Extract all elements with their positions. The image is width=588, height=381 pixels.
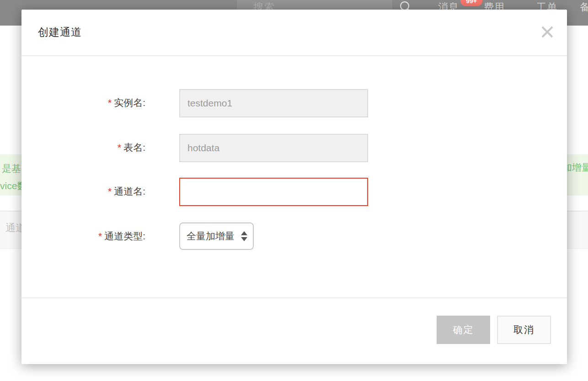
tunnel-name-field[interactable] <box>179 178 368 206</box>
close-icon <box>540 24 555 40</box>
create-tunnel-dialog: 创建通道 *实例名: *表名: *通道名: <box>21 10 567 364</box>
tunnel-type-value: 全量加增量 <box>187 230 239 243</box>
required-marker: * <box>108 97 112 108</box>
ok-button[interactable]: 确定 <box>437 316 490 344</box>
tunnel-type-label: *通道类型: <box>21 230 145 243</box>
tunnel-type-select[interactable]: 全量加增量 <box>179 222 254 250</box>
tunnel-name-label: *通道名: <box>21 185 145 198</box>
footer-divider <box>21 297 567 298</box>
table-name-label: *表名: <box>21 141 145 154</box>
banner-text-fragment: 是基 <box>2 162 21 175</box>
topbar-item-partial[interactable]: 备 <box>580 0 588 14</box>
instance-name-field[interactable] <box>179 89 368 117</box>
select-arrows-icon <box>241 231 247 241</box>
required-marker: * <box>118 142 121 153</box>
header-divider <box>21 55 567 56</box>
messages-badge: 99+ <box>460 0 482 6</box>
dialog-title: 创建通道 <box>38 25 82 39</box>
required-marker: * <box>98 231 102 241</box>
cancel-button[interactable]: 取消 <box>497 316 551 344</box>
close-button[interactable] <box>540 24 555 40</box>
table-name-field[interactable] <box>179 134 368 162</box>
screen: 搜索 消息 99+ 费用 工单 备 是基 vice数 加增量 通道 创建通道 <box>0 0 588 381</box>
instance-name-label: *实例名: <box>21 96 145 109</box>
required-marker: * <box>108 186 112 196</box>
